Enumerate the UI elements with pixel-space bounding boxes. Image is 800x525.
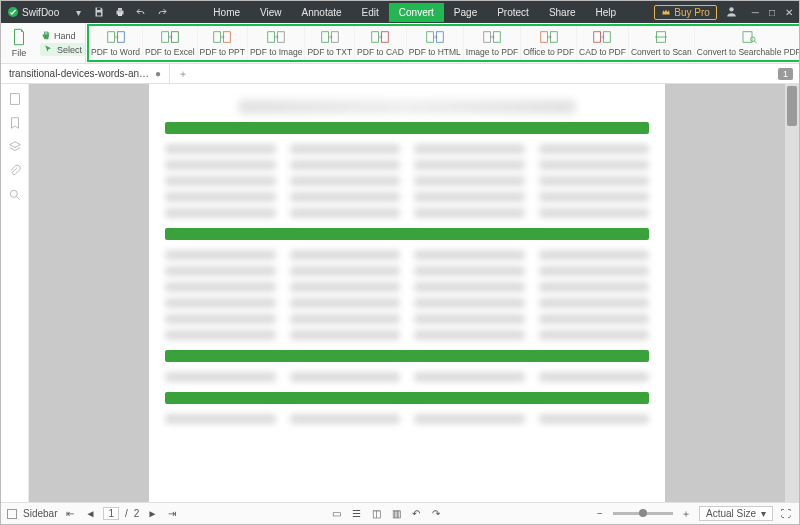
- select-tool[interactable]: Select: [40, 43, 85, 56]
- bookmarks-icon[interactable]: [8, 116, 22, 130]
- svg-rect-9: [162, 32, 169, 43]
- convert-to-scan-icon: [652, 29, 670, 45]
- print-icon[interactable]: [113, 5, 127, 19]
- fit-mode-label: Actual Size: [706, 508, 756, 519]
- svg-rect-11: [214, 32, 221, 43]
- first-page-icon[interactable]: ⇤: [63, 507, 77, 521]
- main-area: [1, 84, 799, 502]
- tool-pdf-to-cad[interactable]: PDF to CAD: [355, 26, 407, 60]
- tool-cad-to-pdf[interactable]: CAD to PDF: [577, 26, 629, 60]
- svg-rect-1: [97, 8, 101, 11]
- tool-office-to-pdf[interactable]: Office to PDF: [521, 26, 577, 60]
- vertical-scrollbar[interactable]: [785, 84, 799, 502]
- undo-icon[interactable]: [134, 5, 148, 19]
- select-icon: [43, 44, 54, 55]
- menu-page[interactable]: Page: [444, 3, 487, 22]
- svg-point-33: [10, 190, 17, 197]
- attachments-icon[interactable]: [8, 164, 22, 178]
- document-canvas[interactable]: [29, 84, 785, 502]
- page-badge: 1: [778, 68, 793, 80]
- zoom-in-icon[interactable]: ＋: [679, 507, 693, 521]
- pdf-to-ppt-icon: [213, 29, 231, 45]
- ribbon: File Hand Select PDF to Word PDF to Exce…: [1, 23, 799, 64]
- page-input[interactable]: 1: [103, 507, 119, 520]
- svg-rect-5: [118, 14, 122, 17]
- crown-icon: [661, 7, 671, 17]
- svg-line-31: [754, 41, 756, 43]
- quick-access-toolbar: ▾: [65, 5, 175, 19]
- buy-pro-button[interactable]: Buy Pro: [654, 5, 717, 20]
- office-to-pdf-icon: [540, 29, 558, 45]
- dropdown-icon[interactable]: ▾: [71, 5, 85, 19]
- pdf-to-txt-icon: [321, 29, 339, 45]
- menu-share[interactable]: Share: [539, 3, 586, 22]
- total-pages: 2: [134, 508, 140, 519]
- zoom-slider[interactable]: [613, 512, 673, 515]
- statusbar-left: Sidebar ⇤ ◄ 1 / 2 ► ⇥: [7, 507, 179, 521]
- add-tab-button[interactable]: ＋: [170, 67, 196, 81]
- document-page: [149, 84, 665, 502]
- tool-convert-to-scan[interactable]: Convert to Scan: [629, 26, 695, 60]
- hand-tool[interactable]: Hand: [40, 30, 85, 41]
- svg-rect-19: [427, 32, 434, 43]
- layers-icon[interactable]: [8, 140, 22, 154]
- top-menu: Home View Annotate Edit Convert Page Pro…: [175, 3, 654, 22]
- view-single-icon[interactable]: ▭: [329, 507, 343, 521]
- view-facing-continuous-icon[interactable]: ▥: [389, 507, 403, 521]
- titlebar-right: Buy Pro ─ □ ✕: [654, 5, 799, 20]
- svg-point-6: [729, 7, 733, 11]
- rotate-right-icon[interactable]: ↷: [429, 507, 443, 521]
- tool-image-to-pdf[interactable]: Image to PDF: [464, 26, 521, 60]
- menu-protect[interactable]: Protect: [487, 3, 539, 22]
- tool-pdf-to-ppt[interactable]: PDF to PPT: [198, 26, 248, 60]
- maximize-icon[interactable]: □: [769, 7, 775, 18]
- prev-page-icon[interactable]: ◄: [83, 507, 97, 521]
- menu-convert[interactable]: Convert: [389, 3, 444, 22]
- app-logo-icon: [7, 6, 19, 18]
- svg-rect-13: [268, 32, 275, 43]
- svg-rect-4: [118, 8, 122, 11]
- rotate-left-icon[interactable]: ↶: [409, 507, 423, 521]
- svg-rect-25: [594, 32, 601, 43]
- file-button[interactable]: File: [1, 28, 37, 58]
- menu-edit[interactable]: Edit: [352, 3, 389, 22]
- select-label: Select: [57, 45, 82, 55]
- scrollbar-thumb[interactable]: [787, 86, 797, 126]
- menu-help[interactable]: Help: [586, 3, 627, 22]
- user-icon[interactable]: [725, 5, 738, 20]
- redo-icon[interactable]: [155, 5, 169, 19]
- page-sep: /: [125, 508, 128, 519]
- save-icon[interactable]: [92, 5, 106, 19]
- tool-pdf-to-txt[interactable]: PDF to TXT: [305, 26, 355, 60]
- view-continuous-icon[interactable]: ☰: [349, 507, 363, 521]
- file-icon: [11, 28, 27, 46]
- thumbnails-icon[interactable]: [8, 92, 22, 106]
- view-facing-icon[interactable]: ◫: [369, 507, 383, 521]
- pdf-to-word-icon: [107, 29, 125, 45]
- tool-pdf-to-html[interactable]: PDF to HTML: [407, 26, 464, 60]
- ribbon-left: File Hand Select: [1, 23, 86, 63]
- tool-convert-to-searchable-pdf[interactable]: Convert to Searchable PDF: [695, 26, 800, 60]
- last-page-icon[interactable]: ⇥: [165, 507, 179, 521]
- zoom-slider-knob[interactable]: [639, 509, 647, 517]
- svg-rect-23: [540, 32, 547, 43]
- search-icon[interactable]: [8, 188, 22, 202]
- menu-annotate[interactable]: Annotate: [292, 3, 352, 22]
- close-icon[interactable]: ✕: [785, 7, 793, 18]
- document-tab[interactable]: transitional-devices-words-an… ●: [1, 64, 170, 83]
- tool-pdf-to-excel[interactable]: PDF to Excel: [143, 26, 198, 60]
- svg-rect-21: [484, 32, 491, 43]
- menu-view[interactable]: View: [250, 3, 292, 22]
- zoom-out-icon[interactable]: −: [593, 507, 607, 521]
- next-page-icon[interactable]: ►: [145, 507, 159, 521]
- tool-pdf-to-word[interactable]: PDF to Word: [89, 26, 143, 60]
- fullscreen-icon[interactable]: ⛶: [779, 507, 793, 521]
- tool-pdf-to-image[interactable]: PDF to Image: [248, 26, 305, 60]
- fit-mode-dropdown[interactable]: Actual Size ▾: [699, 506, 773, 521]
- svg-rect-15: [321, 32, 328, 43]
- minimize-icon[interactable]: ─: [752, 7, 759, 18]
- svg-rect-7: [107, 32, 114, 43]
- tab-close-icon[interactable]: ●: [155, 68, 161, 79]
- sidebar-checkbox[interactable]: [7, 509, 17, 519]
- menu-home[interactable]: Home: [203, 3, 250, 22]
